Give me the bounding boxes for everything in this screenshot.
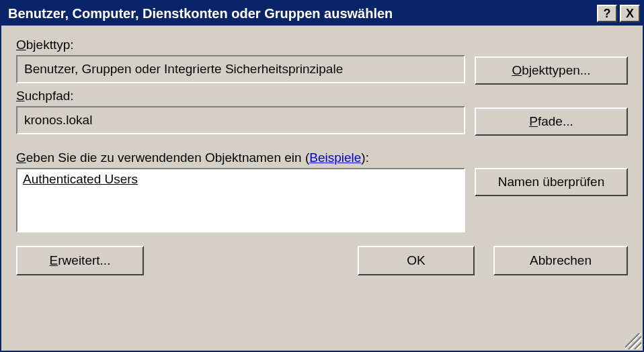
suchpfad-row: Suchpfad: kronos.lokal Pfade... bbox=[16, 89, 628, 136]
objekttyp-row: OObjekttyp:bjekttyp: Benutzer, Gruppen o… bbox=[16, 38, 628, 85]
dialog-content: OObjekttyp:bjekttyp: Benutzer, Gruppen o… bbox=[1, 26, 643, 351]
titlebar: Benutzer, Computer, Dienstkonten oder Gr… bbox=[1, 1, 643, 26]
bottom-button-row: Erweitert... OK Abbrechen bbox=[16, 246, 628, 275]
objektnamen-value: Authenticated Users bbox=[23, 172, 138, 186]
objekttyp-field: Benutzer, Gruppen oder Integrierte Siche… bbox=[16, 55, 465, 83]
suchpfad-value: kronos.lokal bbox=[24, 113, 92, 128]
objektnamen-input[interactable]: Authenticated Users bbox=[16, 168, 465, 232]
object-picker-dialog: Benutzer, Computer, Dienstkonten oder Gr… bbox=[0, 0, 644, 352]
objekttypen-button[interactable]: Objekttypen... bbox=[475, 56, 628, 85]
close-button[interactable]: X bbox=[620, 5, 640, 22]
suchpfad-label: Suchpfad: bbox=[16, 89, 465, 103]
pfade-button[interactable]: Pfade... bbox=[475, 107, 628, 136]
resize-grip[interactable] bbox=[625, 333, 641, 349]
ok-button[interactable]: OK bbox=[358, 246, 475, 275]
namen-ueberpruefen-button[interactable]: Namen überprüfen bbox=[475, 168, 628, 196]
objektnamen-row: Authenticated Users Namen überprüfen bbox=[16, 168, 628, 232]
titlebar-buttons: ? X bbox=[597, 5, 640, 22]
objekttyp-label: OObjekttyp:bjekttyp: bbox=[16, 38, 465, 52]
suchpfad-field: kronos.lokal bbox=[16, 106, 465, 134]
abbrechen-button[interactable]: Abbrechen bbox=[493, 246, 628, 275]
beispiele-link[interactable]: Beispiele bbox=[309, 150, 361, 165]
erweitert-button[interactable]: Erweitert... bbox=[16, 246, 144, 275]
help-button[interactable]: ? bbox=[597, 5, 617, 22]
objekttyp-value: Benutzer, Gruppen oder Integrierte Siche… bbox=[24, 62, 343, 77]
window-title: Benutzer, Computer, Dienstkonten oder Gr… bbox=[8, 6, 597, 21]
objektnamen-label: Geben Sie die zu verwendenden Objektname… bbox=[16, 150, 628, 165]
